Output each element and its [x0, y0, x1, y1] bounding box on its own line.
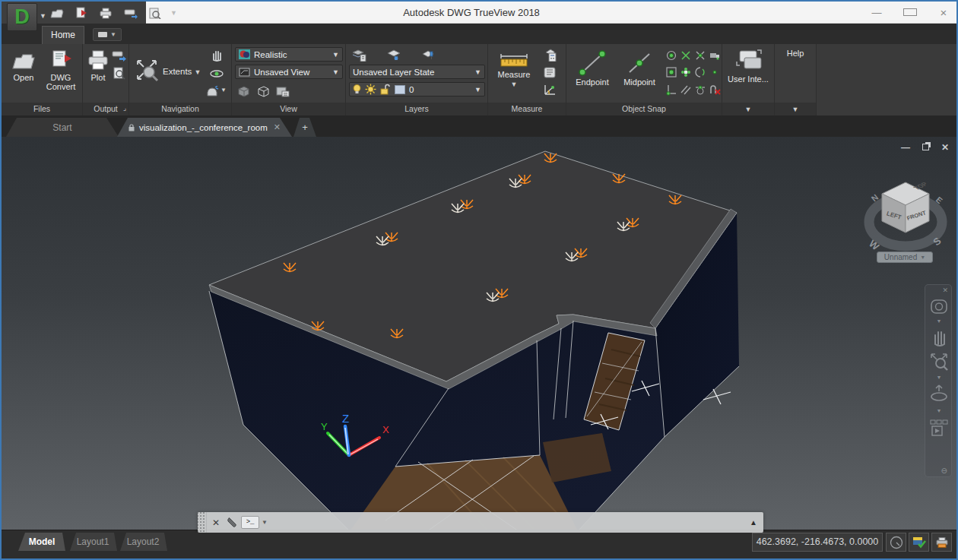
drawing-close-button[interactable]: ✕ — [941, 142, 949, 153]
pan-button[interactable] — [208, 47, 225, 62]
command-prompt-caret-icon[interactable]: ▼ — [262, 519, 268, 526]
osnap-tangent-icon[interactable] — [693, 81, 707, 97]
navbar-zoom-caret-icon[interactable]: ▼ — [925, 375, 953, 380]
drawing-restore-button[interactable] — [922, 142, 929, 153]
layer-pin-button[interactable] — [420, 47, 437, 62]
midpoint-button[interactable]: Midpoint — [617, 50, 662, 87]
drawing-minimize-button[interactable]: — — [901, 142, 910, 153]
zoom-extents-button[interactable] — [133, 58, 160, 84]
measure-button[interactable]: Measure ▼ — [494, 50, 534, 89]
panel-title-measure[interactable]: Measure — [488, 103, 566, 115]
command-line[interactable]: ✕ >_ ▼ ▲ — [198, 512, 763, 533]
navbar-show-motion-button[interactable] — [925, 419, 953, 441]
user-interface-button[interactable]: User Inte... — [727, 49, 769, 84]
navbar-wheel-caret-icon[interactable]: ▼ — [925, 318, 953, 324]
command-input[interactable] — [268, 512, 744, 533]
navbar-zoom-button[interactable] — [925, 352, 953, 375]
application-menu-button[interactable]: D — [7, 3, 37, 31]
navigation-bar[interactable]: ✕ ▼ ▼ ▼ ⊖ — [925, 284, 952, 477]
command-customize-icon[interactable] — [225, 517, 241, 528]
endpoint-button[interactable]: Endpoint — [569, 50, 615, 87]
quick-calc-button[interactable] — [541, 47, 558, 62]
osnap-center-icon[interactable] — [664, 47, 678, 63]
viewcube-view-dropdown[interactable]: Unnamed▼ — [877, 252, 933, 263]
layer-freeze-button[interactable] — [385, 47, 402, 62]
navbar-pan-button[interactable] — [925, 327, 953, 350]
command-line-grip[interactable] — [198, 512, 207, 533]
panel-title-navigation[interactable]: Navigation — [129, 103, 231, 115]
dwg-convert-icon[interactable] — [73, 5, 90, 21]
tab-layout1[interactable]: Layout1 — [68, 533, 117, 551]
navbar-orbit-button[interactable] — [925, 384, 953, 408]
open-icon[interactable] — [49, 5, 65, 21]
layer-state-combo[interactable]: Unsaved Layer State ▼ — [349, 65, 485, 79]
command-prompt-chip[interactable]: >_ — [241, 516, 259, 529]
tab-start[interactable]: Start — [6, 118, 119, 137]
help-button[interactable]: Help — [779, 49, 811, 58]
angle-button[interactable] — [541, 82, 558, 97]
isolate-objects-button[interactable] — [886, 533, 906, 552]
open-button[interactable]: Open — [8, 49, 40, 82]
panel-title-view[interactable]: View — [232, 103, 345, 115]
close-button[interactable]: × — [937, 6, 950, 19]
tab-home[interactable]: Home — [42, 26, 84, 44]
navbar-close-icon[interactable]: ✕ — [942, 286, 948, 294]
viewport-box-button[interactable] — [255, 84, 271, 99]
angle-icon — [544, 84, 557, 96]
ribbon-display-toggle[interactable]: ▼ — [93, 28, 122, 41]
panel-title-help[interactable]: ▼ — [775, 103, 816, 115]
panel-title-files[interactable]: Files — [2, 103, 82, 115]
plot-button[interactable]: Plot — [85, 49, 111, 82]
command-close-icon[interactable]: ✕ — [207, 517, 225, 528]
extents-dropdown[interactable]: Extents ▼ — [163, 67, 201, 76]
batch-plot-icon[interactable] — [122, 5, 138, 21]
batch-plot-button[interactable] — [110, 48, 127, 63]
plot-status-button[interactable] — [931, 533, 952, 552]
osnap-tracking-icon[interactable] — [707, 47, 722, 63]
osnap-snap-none-icon[interactable] — [707, 81, 722, 97]
layer-combo[interactable]: 0 ▼ — [349, 82, 485, 96]
named-view-combo[interactable]: Unsaved View ▼ — [235, 65, 343, 79]
dwg-convert-button[interactable]: DWG Convert — [43, 49, 79, 91]
plot-preview-icon[interactable] — [146, 5, 163, 21]
osnap-intersection-icon[interactable] — [693, 47, 707, 63]
panel-title-output[interactable]: Output⌟ — [83, 103, 128, 115]
preview-button[interactable] — [110, 65, 127, 81]
tab-drawing-active[interactable]: visualization_-_conference_room ✕ — [117, 118, 292, 137]
list-button[interactable] — [541, 65, 558, 80]
app-menu-caret-icon[interactable]: ▼ — [40, 12, 46, 20]
tab-layout2[interactable]: Layout2 — [119, 533, 167, 551]
plot-icon[interactable] — [97, 5, 114, 21]
minimize-button[interactable]: — — [870, 7, 883, 18]
panel-title-user-interface[interactable]: ▼ — [722, 103, 774, 115]
tab-close-icon[interactable]: ✕ — [274, 122, 281, 132]
viewport[interactable]: Y Z X — ✕ N E W S — [2, 137, 958, 533]
osnap-nearest-icon[interactable] — [693, 65, 707, 81]
osnap-insertion-icon[interactable] — [678, 65, 693, 81]
named-views-button[interactable] — [274, 84, 291, 99]
osnap-point-icon[interactable] — [707, 65, 722, 81]
osnap-node-icon[interactable] — [678, 47, 693, 63]
viewport-config-button[interactable] — [235, 84, 252, 99]
osnap-quadrant-icon[interactable] — [664, 65, 678, 81]
viewcube[interactable]: N E W S TOP LEFT FRONT — [862, 163, 950, 255]
panel-title-object-snap[interactable]: Object Snap — [566, 103, 722, 115]
new-tab-button[interactable]: + — [293, 118, 316, 137]
navbar-orbit-caret-icon[interactable]: ▼ — [925, 408, 953, 413]
annotation-monitor-button[interactable] — [909, 533, 929, 552]
navbar-steering-wheel-button[interactable] — [925, 297, 953, 318]
osnap-perpendicular-icon[interactable] — [664, 81, 678, 97]
command-history-toggle-icon[interactable]: ▲ — [744, 518, 763, 527]
maximize-button[interactable] — [903, 7, 917, 18]
layer-properties-button[interactable] — [351, 47, 367, 62]
qat-customize-caret-icon[interactable]: ▼ — [170, 9, 177, 17]
visual-style-combo[interactable]: Realistic ▼ — [235, 47, 343, 62]
output-dialog-launcher-icon[interactable]: ⌟ — [123, 102, 126, 114]
tab-model[interactable]: Model — [18, 533, 65, 551]
wheel-caret-icon[interactable]: ▼ — [220, 87, 227, 93]
orbit-button[interactable] — [208, 65, 225, 81]
panel-title-layers[interactable]: Layers — [346, 103, 487, 115]
steering-wheel-button[interactable] — [204, 84, 220, 99]
osnap-parallel-icon[interactable] — [678, 81, 693, 97]
navbar-customize-icon[interactable]: ⊖ — [941, 467, 947, 475]
